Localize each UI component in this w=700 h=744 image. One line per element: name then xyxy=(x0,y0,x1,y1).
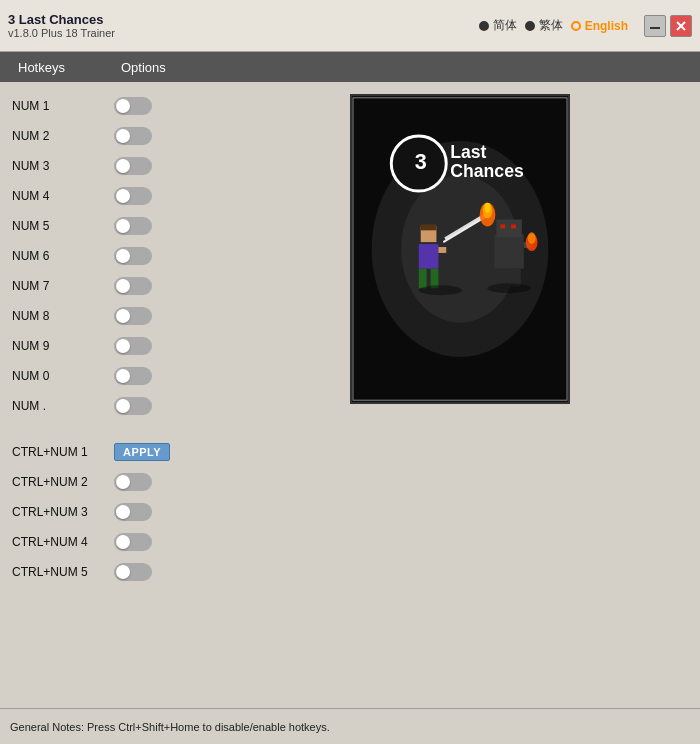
hotkey-row: NUM 7 xyxy=(12,274,222,298)
menu-hotkeys[interactable]: Hotkeys xyxy=(10,56,73,79)
toggle-num4[interactable] xyxy=(114,187,152,205)
title-info: 3 Last Chances v1.8.0 Plus 18 Trainer xyxy=(8,12,115,39)
game-image-panel: 3 Last Chances xyxy=(232,94,688,696)
toggle-knob-ctrlNum3 xyxy=(116,505,130,519)
toggle-num5[interactable] xyxy=(114,217,152,235)
svg-rect-13 xyxy=(419,269,427,289)
lang-simplified-label: 简体 xyxy=(493,17,517,34)
radio-simplified xyxy=(479,21,489,31)
hotkey-label-num1: NUM 1 xyxy=(12,99,102,113)
footer-note: General Notes: Press Ctrl+Shift+Home to … xyxy=(10,721,330,733)
toggle-knob-num2 xyxy=(116,129,130,143)
hotkey-row: CTRL+NUM 2 xyxy=(12,470,222,494)
toggle-knob-num6 xyxy=(116,249,130,263)
language-controls: 简体 繁体 English xyxy=(479,15,692,37)
lang-english[interactable]: English xyxy=(571,19,628,33)
hotkey-label-num6: NUM 6 xyxy=(12,249,102,263)
app-title: 3 Last Chances xyxy=(8,12,115,27)
svg-rect-23 xyxy=(500,224,505,228)
hotkey-label-ctrlNum2: CTRL+NUM 2 xyxy=(12,475,102,489)
svg-rect-14 xyxy=(431,269,439,289)
toggle-knob-num3 xyxy=(116,159,130,173)
hotkey-label-ctrlNum4: CTRL+NUM 4 xyxy=(12,535,102,549)
toggle-num0[interactable] xyxy=(114,367,152,385)
svg-point-29 xyxy=(528,232,536,244)
hotkey-row: CTRL+NUM 3 xyxy=(12,500,222,524)
svg-text:Last: Last xyxy=(450,142,486,162)
toggle-knob-num5 xyxy=(116,219,130,233)
close-button[interactable] xyxy=(670,15,692,37)
svg-rect-0 xyxy=(650,27,660,29)
hotkey-label-num0: NUM 0 xyxy=(12,369,102,383)
hotkey-label-num5: NUM 5 xyxy=(12,219,102,233)
hotkey-row: NUM 3 xyxy=(12,154,222,178)
hotkey-row: NUM 0 xyxy=(12,364,222,388)
hotkeys-panel: NUM 1NUM 2NUM 3NUM 4NUM 5NUM 6NUM 7NUM 8… xyxy=(12,94,222,696)
app-version: v1.8.0 Plus 18 Trainer xyxy=(8,27,115,39)
lang-traditional-label: 繁体 xyxy=(539,17,563,34)
lang-simplified[interactable]: 简体 xyxy=(479,17,517,34)
lang-english-label: English xyxy=(585,19,628,33)
svg-rect-24 xyxy=(511,224,516,228)
radio-traditional xyxy=(525,21,535,31)
svg-rect-22 xyxy=(496,220,522,238)
hotkey-label-num4: NUM 4 xyxy=(12,189,102,203)
toggle-num8[interactable] xyxy=(114,307,152,325)
toggle-knob-num4 xyxy=(116,189,130,203)
hotkey-label-numDot: NUM . xyxy=(12,399,102,413)
hotkey-row: NUM 1 xyxy=(12,94,222,118)
toggle-ctrlNum5[interactable] xyxy=(114,563,152,581)
toggle-ctrlNum3[interactable] xyxy=(114,503,152,521)
hotkey-label-num3: NUM 3 xyxy=(12,159,102,173)
toggle-num6[interactable] xyxy=(114,247,152,265)
footer: General Notes: Press Ctrl+Shift+Home to … xyxy=(0,708,700,744)
svg-point-20 xyxy=(485,203,491,213)
title-bar: 3 Last Chances v1.8.0 Plus 18 Trainer 简体… xyxy=(0,0,700,52)
minimize-button[interactable] xyxy=(644,15,666,37)
minimize-icon xyxy=(649,20,661,32)
menu-options[interactable]: Options xyxy=(113,56,174,79)
toggle-num7[interactable] xyxy=(114,277,152,295)
apply-button-ctrlNum1[interactable]: APPLY xyxy=(114,443,170,461)
svg-point-31 xyxy=(487,283,530,293)
toggle-ctrlNum4[interactable] xyxy=(114,533,152,551)
toggle-num3[interactable] xyxy=(114,157,152,175)
toggle-knob-num0 xyxy=(116,369,130,383)
lang-traditional[interactable]: 繁体 xyxy=(525,17,563,34)
toggle-knob-num8 xyxy=(116,309,130,323)
hotkey-label-num9: NUM 9 xyxy=(12,339,102,353)
toggle-num2[interactable] xyxy=(114,127,152,145)
hotkey-label-ctrlNum3: CTRL+NUM 3 xyxy=(12,505,102,519)
svg-rect-15 xyxy=(438,247,446,253)
section-divider xyxy=(12,424,222,434)
toggle-num9[interactable] xyxy=(114,337,152,355)
toggle-knob-ctrlNum4 xyxy=(116,535,130,549)
toggle-knob-numDot xyxy=(116,399,130,413)
toggle-knob-ctrlNum5 xyxy=(116,565,130,579)
hotkey-label-num2: NUM 2 xyxy=(12,129,102,143)
toggle-knob-num1 xyxy=(116,99,130,113)
hotkey-row: NUM 4 xyxy=(12,184,222,208)
game-cover: 3 Last Chances xyxy=(350,94,570,404)
svg-rect-21 xyxy=(494,234,523,268)
toggle-knob-num9 xyxy=(116,339,130,353)
toggle-num1[interactable] xyxy=(114,97,152,115)
hotkey-row: NUM 8 xyxy=(12,304,222,328)
hotkey-label-ctrlNum1: CTRL+NUM 1 xyxy=(12,445,102,459)
svg-rect-10 xyxy=(419,244,439,269)
radio-english xyxy=(571,21,581,31)
svg-text:3: 3 xyxy=(415,149,427,174)
hotkey-row: CTRL+NUM 1APPLY xyxy=(12,440,222,464)
game-cover-art: 3 Last Chances xyxy=(352,94,568,404)
hotkey-row: NUM 5 xyxy=(12,214,222,238)
hotkey-label-num8: NUM 8 xyxy=(12,309,102,323)
hotkey-row: CTRL+NUM 5 xyxy=(12,560,222,584)
toggle-ctrlNum2[interactable] xyxy=(114,473,152,491)
main-content: NUM 1NUM 2NUM 3NUM 4NUM 5NUM 6NUM 7NUM 8… xyxy=(0,82,700,708)
close-icon xyxy=(675,20,687,32)
toggle-numDot[interactable] xyxy=(114,397,152,415)
hotkey-row: NUM 2 xyxy=(12,124,222,148)
hotkey-row: NUM 6 xyxy=(12,244,222,268)
menu-bar: Hotkeys Options xyxy=(0,52,700,82)
hotkey-row: NUM 9 xyxy=(12,334,222,358)
